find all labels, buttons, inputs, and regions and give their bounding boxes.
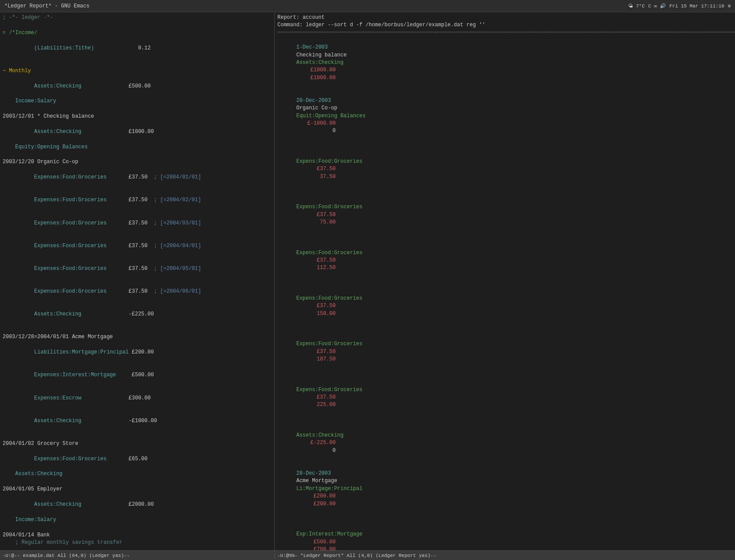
acme-mortgage-txn: 2003/12/28=2004/01/01 Acme Mortgage [3, 333, 272, 341]
report-entry-row: Assets:Checking £-225.00 0 [277, 416, 732, 462]
report-entry-row: Expens:Food:Groceries £37.50 187.50 [277, 326, 732, 371]
report-entry-row: Expens:Food:Groceries £37.50 225.00 [277, 371, 732, 416]
titlebar: *Ledger Report* - GNU Emacs 🌤 7°C C ✉ 🔊 … [0, 0, 735, 12]
employer-txn: 2004/01/05 Employer [3, 486, 272, 493]
ledger-directive-line: ; -*- ledger -*- [3, 14, 272, 21]
bank-txn-01: 2004/01/14 Bank [3, 532, 272, 539]
tithe-posting: (Liabilities:Tithe) 0.12 [3, 37, 272, 60]
automated-transaction-header: = /*Income/ [3, 29, 272, 37]
statusbar: -U:@-- example.dat All (64,0) (Ledger ya… [0, 550, 735, 560]
report-entry-row: Expens:Food:Groceries £37.50 150.00 [277, 280, 732, 325]
organic-coop-txn: 2003/12/20 Organic Co-op [3, 158, 272, 166]
report-separator: ════════════════════════════════════════… [277, 29, 732, 36]
clock-display: Fri 15 Mar 17:11:19 [669, 4, 724, 9]
right-report-pane: Report: account Command: ledger --sort d… [275, 12, 735, 550]
statusbar-right: -U:@%%- *Ledger Report* All (4,0) (Ledge… [275, 553, 735, 558]
weather-display: 🌤 7°C [628, 3, 644, 9]
periodic-transaction: ~ Monthly [3, 67, 272, 75]
statusbar-left: -U:@-- example.dat All (64,0) (Ledger ya… [0, 553, 275, 558]
report-entry-row: Expens:Food:Groceries £37.50 37.50 [277, 143, 732, 188]
salary-posting: Income:Salary [3, 98, 272, 105]
titlebar-title: *Ledger Report* - GNU Emacs [4, 3, 89, 9]
system-icons: C ✉ 🔊 [648, 3, 666, 9]
report-command: Command: ledger --sort d -f /home/borbus… [277, 21, 732, 29]
report-entry-row: Expens:Food:Groceries £37.50 75.00 [277, 189, 732, 234]
report-entry: 28-Dec-2003 Acme Mortgage Li:Mortgage:Pr… [277, 462, 732, 516]
report-entry: 20-Dec-2003 Organic Co-op Equit:Opening … [277, 89, 732, 143]
report-header: Report: account [277, 14, 732, 21]
settings-icon[interactable]: ⚙ [728, 3, 731, 9]
titlebar-right: 🌤 7°C C ✉ 🔊 Fri 15 Mar 17:11:19 ⚙ [628, 3, 731, 9]
report-entry-row: Expens:Food:Groceries £37.50 112.50 [277, 234, 732, 280]
left-editor-pane[interactable]: ; -*- ledger -*- = /*Income/ (Liabilitie… [0, 12, 275, 550]
checking-balance-txn: 2003/12/01 * Checking balance [3, 113, 272, 120]
grocery-store-txn-01: 2004/01/02 Grocery Store [3, 440, 272, 448]
checking-posting: Assets:Checking £500.00 [3, 75, 272, 98]
report-entry-row: Exp:Interest:Mortgage £500.00 £700.00 [277, 515, 732, 550]
main-content: ; -*- ledger -*- = /*Income/ (Liabilitie… [0, 12, 735, 550]
report-entry: 1-Dec-2003 Checking balance Assets:Check… [277, 36, 732, 90]
